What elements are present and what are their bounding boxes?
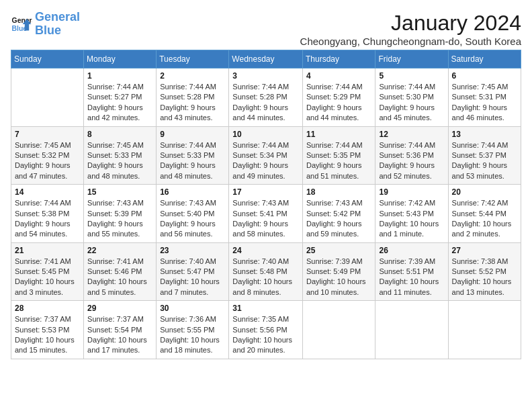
logo-icon: General Blue [11, 13, 32, 35]
empty-cell [375, 301, 448, 359]
day-cell-3: 3Sunrise: 7:44 AM Sunset: 5:28 PM Daylig… [229, 68, 303, 127]
day-cell-20: 20Sunrise: 7:42 AM Sunset: 5:44 PM Dayli… [448, 185, 521, 243]
day-info: Sunrise: 7:43 AM Sunset: 5:40 PM Dayligh… [160, 198, 225, 240]
day-info: Sunrise: 7:39 AM Sunset: 5:51 PM Dayligh… [379, 257, 444, 298]
day-info: Sunrise: 7:38 AM Sunset: 5:52 PM Dayligh… [452, 257, 517, 298]
weekday-header-saturday: Saturday [448, 50, 521, 68]
empty-cell [11, 68, 84, 127]
day-cell-2: 2Sunrise: 7:44 AM Sunset: 5:28 PM Daylig… [157, 68, 229, 127]
weekday-header-monday: Monday [84, 50, 157, 68]
header: General Blue General Blue January 2024 C… [11, 11, 521, 47]
day-info: Sunrise: 7:44 AM Sunset: 5:28 PM Dayligh… [232, 82, 299, 124]
day-number: 9 [160, 130, 225, 139]
day-info: Sunrise: 7:45 AM Sunset: 5:33 PM Dayligh… [87, 140, 152, 182]
day-cell-29: 29Sunrise: 7:37 AM Sunset: 5:54 PM Dayli… [84, 301, 157, 359]
day-number: 21 [15, 246, 80, 255]
week-row-2: 7Sunrise: 7:45 AM Sunset: 5:32 PM Daylig… [11, 126, 521, 185]
empty-cell [448, 301, 521, 359]
day-info: Sunrise: 7:41 AM Sunset: 5:46 PM Dayligh… [87, 257, 152, 298]
day-cell-7: 7Sunrise: 7:45 AM Sunset: 5:32 PM Daylig… [11, 126, 84, 185]
day-number: 26 [379, 246, 444, 255]
logo-general: General [35, 10, 80, 24]
weekday-header-wednesday: Wednesday [229, 50, 303, 68]
day-info: Sunrise: 7:44 AM Sunset: 5:33 PM Dayligh… [160, 140, 225, 182]
day-number: 6 [452, 71, 517, 81]
day-info: Sunrise: 7:36 AM Sunset: 5:55 PM Dayligh… [160, 314, 225, 356]
logo: General Blue General Blue [11, 11, 80, 38]
weekday-header-friday: Friday [375, 50, 448, 68]
day-info: Sunrise: 7:42 AM Sunset: 5:44 PM Dayligh… [452, 198, 517, 240]
day-cell-19: 19Sunrise: 7:42 AM Sunset: 5:43 PM Dayli… [375, 185, 448, 243]
day-number: 18 [306, 187, 372, 197]
day-number: 8 [87, 130, 152, 139]
week-row-4: 21Sunrise: 7:41 AM Sunset: 5:45 PM Dayli… [11, 242, 521, 301]
day-cell-11: 11Sunrise: 7:44 AM Sunset: 5:35 PM Dayli… [302, 126, 375, 185]
calendar-table: SundayMondayTuesdayWednesdayThursdayFrid… [11, 50, 521, 359]
day-cell-14: 14Sunrise: 7:44 AM Sunset: 5:38 PM Dayli… [11, 185, 84, 243]
day-number: 31 [232, 304, 299, 313]
weekday-header-tuesday: Tuesday [157, 50, 229, 68]
day-number: 20 [452, 187, 517, 197]
day-number: 10 [232, 130, 299, 139]
day-cell-17: 17Sunrise: 7:43 AM Sunset: 5:41 PM Dayli… [229, 185, 303, 243]
day-info: Sunrise: 7:43 AM Sunset: 5:41 PM Dayligh… [232, 198, 299, 240]
day-cell-21: 21Sunrise: 7:41 AM Sunset: 5:45 PM Dayli… [11, 242, 84, 301]
day-info: Sunrise: 7:40 AM Sunset: 5:48 PM Dayligh… [232, 257, 299, 298]
day-number: 1 [87, 71, 152, 81]
day-info: Sunrise: 7:43 AM Sunset: 5:42 PM Dayligh… [306, 198, 372, 240]
day-cell-9: 9Sunrise: 7:44 AM Sunset: 5:33 PM Daylig… [157, 126, 229, 185]
day-info: Sunrise: 7:45 AM Sunset: 5:31 PM Dayligh… [452, 82, 517, 124]
empty-cell [302, 301, 375, 359]
day-number: 11 [306, 130, 372, 139]
day-cell-8: 8Sunrise: 7:45 AM Sunset: 5:33 PM Daylig… [84, 126, 157, 185]
day-number: 15 [87, 187, 152, 197]
day-cell-18: 18Sunrise: 7:43 AM Sunset: 5:42 PM Dayli… [302, 185, 375, 243]
weekday-header-thursday: Thursday [302, 50, 375, 68]
day-info: Sunrise: 7:45 AM Sunset: 5:32 PM Dayligh… [15, 140, 80, 182]
location-title: Cheongyang, Chungcheongnam-do, South Kor… [300, 36, 521, 47]
month-title: January 2024 [300, 11, 521, 36]
day-cell-12: 12Sunrise: 7:44 AM Sunset: 5:36 PM Dayli… [375, 126, 448, 185]
day-number: 13 [452, 130, 517, 139]
day-info: Sunrise: 7:35 AM Sunset: 5:56 PM Dayligh… [232, 314, 299, 356]
day-number: 19 [379, 187, 444, 197]
day-info: Sunrise: 7:39 AM Sunset: 5:49 PM Dayligh… [306, 257, 372, 298]
day-cell-30: 30Sunrise: 7:36 AM Sunset: 5:55 PM Dayli… [157, 301, 229, 359]
day-number: 12 [379, 130, 444, 139]
day-info: Sunrise: 7:44 AM Sunset: 5:30 PM Dayligh… [379, 82, 444, 124]
day-cell-24: 24Sunrise: 7:40 AM Sunset: 5:48 PM Dayli… [229, 242, 303, 301]
day-cell-13: 13Sunrise: 7:44 AM Sunset: 5:37 PM Dayli… [448, 126, 521, 185]
logo-text: General [35, 11, 80, 24]
day-number: 27 [452, 246, 517, 255]
day-cell-4: 4Sunrise: 7:44 AM Sunset: 5:29 PM Daylig… [302, 68, 375, 127]
day-cell-10: 10Sunrise: 7:44 AM Sunset: 5:34 PM Dayli… [229, 126, 303, 185]
day-info: Sunrise: 7:44 AM Sunset: 5:29 PM Dayligh… [306, 82, 372, 124]
weekday-header-row: SundayMondayTuesdayWednesdayThursdayFrid… [11, 50, 521, 68]
day-info: Sunrise: 7:44 AM Sunset: 5:38 PM Dayligh… [15, 198, 80, 240]
day-number: 23 [160, 246, 225, 255]
day-cell-31: 31Sunrise: 7:35 AM Sunset: 5:56 PM Dayli… [229, 301, 303, 359]
title-block: January 2024 Cheongyang, Chungcheongnam-… [300, 11, 521, 47]
day-number: 29 [87, 304, 152, 313]
day-number: 22 [87, 246, 152, 255]
week-row-1: 1Sunrise: 7:44 AM Sunset: 5:27 PM Daylig… [11, 68, 521, 127]
day-cell-16: 16Sunrise: 7:43 AM Sunset: 5:40 PM Dayli… [157, 185, 229, 243]
day-info: Sunrise: 7:37 AM Sunset: 5:54 PM Dayligh… [87, 314, 152, 356]
day-number: 28 [15, 304, 80, 313]
day-info: Sunrise: 7:44 AM Sunset: 5:27 PM Dayligh… [87, 82, 152, 124]
day-cell-5: 5Sunrise: 7:44 AM Sunset: 5:30 PM Daylig… [375, 68, 448, 127]
week-row-5: 28Sunrise: 7:37 AM Sunset: 5:53 PM Dayli… [11, 301, 521, 359]
day-cell-15: 15Sunrise: 7:43 AM Sunset: 5:39 PM Dayli… [84, 185, 157, 243]
day-info: Sunrise: 7:44 AM Sunset: 5:37 PM Dayligh… [452, 140, 517, 182]
day-number: 7 [15, 130, 80, 139]
day-info: Sunrise: 7:44 AM Sunset: 5:35 PM Dayligh… [306, 140, 372, 182]
day-number: 14 [15, 187, 80, 197]
day-info: Sunrise: 7:37 AM Sunset: 5:53 PM Dayligh… [15, 314, 80, 356]
day-cell-28: 28Sunrise: 7:37 AM Sunset: 5:53 PM Dayli… [11, 301, 84, 359]
day-number: 3 [232, 71, 299, 81]
day-info: Sunrise: 7:41 AM Sunset: 5:45 PM Dayligh… [15, 257, 80, 298]
day-info: Sunrise: 7:44 AM Sunset: 5:28 PM Dayligh… [160, 82, 225, 124]
day-cell-6: 6Sunrise: 7:45 AM Sunset: 5:31 PM Daylig… [448, 68, 521, 127]
day-info: Sunrise: 7:42 AM Sunset: 5:43 PM Dayligh… [379, 198, 444, 240]
weekday-header-sunday: Sunday [11, 50, 84, 68]
